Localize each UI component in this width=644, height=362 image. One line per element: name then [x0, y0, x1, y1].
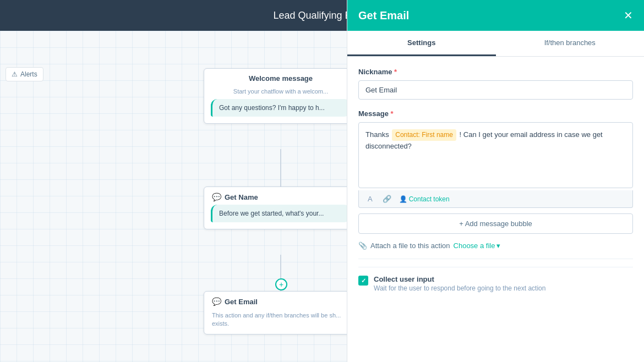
- node-get-email-title-row: 💬 Get Email: [204, 292, 347, 309]
- tab-settings[interactable]: Settings: [347, 31, 496, 56]
- panel-tabs: Settings If/then branches: [347, 31, 644, 57]
- node-welcome[interactable]: Welcome message Start your chatflow with…: [204, 68, 347, 124]
- contact-token-btn-icon: 👤: [399, 195, 407, 203]
- message-editor[interactable]: Thanks Contact: First name ! Can I get y…: [358, 122, 633, 188]
- node-get-email-title: Get Email: [225, 298, 258, 306]
- node-get-name[interactable]: 💬 Get Name Before we get started, what's…: [204, 187, 347, 229]
- link-button[interactable]: 🔗: [380, 194, 394, 204]
- format-bold-button[interactable]: A: [365, 194, 375, 204]
- message-toolbar: A 🔗 👤 Contact token: [358, 190, 633, 208]
- panel-header: Get Email ✕: [347, 0, 644, 31]
- collect-user-input-row: ✓ Collect user input Wait for the user t…: [358, 267, 633, 292]
- attach-file-row: 📎 Attach a file to this action Choose a …: [358, 242, 633, 250]
- panel-close-button[interactable]: ✕: [624, 10, 633, 21]
- alerts-label: Alerts: [20, 70, 37, 78]
- node-get-name-title-row: 💬 Get Name: [204, 187, 347, 205]
- tab-if-then[interactable]: If/then branches: [496, 31, 645, 56]
- get-email-icon: 💬: [212, 297, 221, 306]
- flow-canvas: ⚠ Alerts Welcome message Start your chat…: [0, 31, 347, 362]
- collect-subtitle: Wait for the user to respond before goin…: [374, 284, 545, 292]
- attach-label: Attach a file to this action: [370, 242, 450, 250]
- connector-1: [280, 149, 281, 187]
- node-welcome-subtext: Start your chatflow with a welcom...: [204, 88, 347, 99]
- alert-icon: ⚠: [12, 70, 18, 78]
- message-label: Message *: [358, 109, 633, 118]
- panel-title: Get Email: [358, 9, 409, 22]
- nickname-label: Nickname *: [358, 68, 633, 76]
- choose-file-link[interactable]: Choose a file ▾: [454, 242, 501, 250]
- collect-title: Collect user input: [374, 275, 545, 283]
- alerts-area: ⚠ Alerts: [0, 62, 49, 87]
- collect-checkbox[interactable]: ✓: [358, 276, 368, 286]
- contact-token-btn-label: Contact token: [409, 195, 450, 203]
- choose-file-text: Choose a file: [454, 242, 495, 250]
- alerts-badge[interactable]: ⚠ Alerts: [6, 67, 43, 81]
- node-get-name-bubble: Before we get started, what's your...: [211, 205, 347, 222]
- node-get-name-title: Get Name: [225, 193, 258, 201]
- divider: [358, 259, 633, 259]
- get-name-icon: 💬: [212, 193, 221, 201]
- contact-token-chip[interactable]: Contact: First name: [392, 129, 456, 141]
- nickname-input[interactable]: [358, 80, 633, 100]
- add-node-button[interactable]: +: [275, 278, 287, 290]
- choose-file-chevron: ▾: [496, 242, 500, 250]
- node-welcome-header: Welcome message: [204, 69, 347, 88]
- panel-content: Nickname * Message * Thanks Contact: Fir…: [347, 57, 644, 362]
- node-welcome-bubble: Got any questions? I'm happy to h...: [211, 99, 347, 117]
- right-panel: Get Email ✕ Settings If/then branches Ni…: [347, 0, 644, 362]
- add-bubble-button[interactable]: + Add message bubble: [358, 213, 633, 234]
- collect-text-container: Collect user input Wait for the user to …: [374, 275, 545, 292]
- contact-token-button[interactable]: 👤 Contact token: [399, 195, 450, 203]
- attach-icon: 📎: [358, 242, 367, 250]
- checkbox-check-icon: ✓: [361, 277, 366, 284]
- node-get-email[interactable]: 💬 Get Email This action and any if/then …: [204, 291, 347, 334]
- node-get-email-body: This action and any if/then branches wil…: [204, 309, 347, 334]
- message-pre-text: Thanks: [365, 130, 389, 139]
